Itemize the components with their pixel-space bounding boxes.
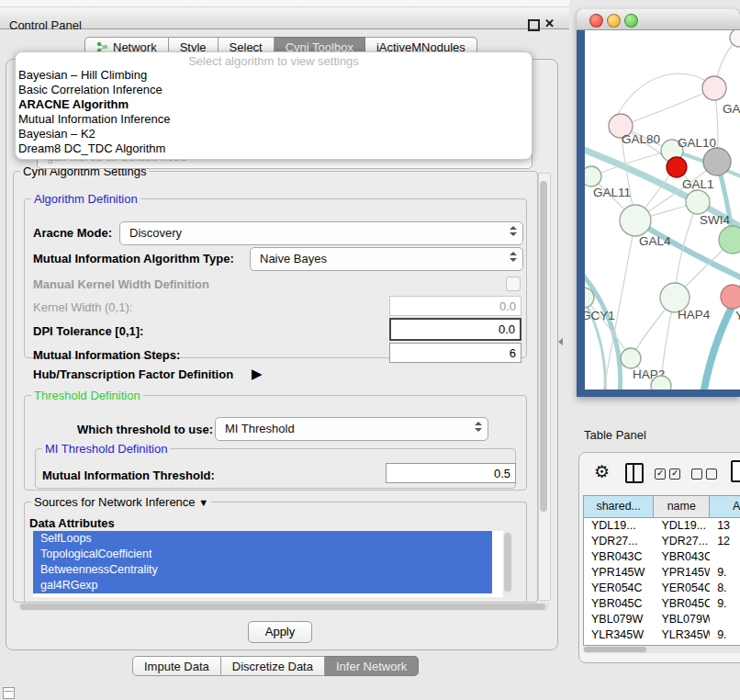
deselect-all-checks-icon[interactable] <box>691 469 717 480</box>
table-cell: 9. <box>710 627 740 643</box>
gear-icon[interactable]: ⚙ <box>594 461 610 482</box>
which-threshold-label: Which threshold to use: <box>77 423 213 436</box>
network-node[interactable] <box>721 285 740 309</box>
data-attribute-item[interactable]: gal4RGexp <box>33 578 492 593</box>
which-threshold-combo[interactable]: MI Threshold <box>215 417 488 441</box>
hub-definition-label[interactable]: Hub/Transcription Factor Definition <box>33 367 233 381</box>
control-panel-titlebar: Control Panel ✕ <box>0 7 569 29</box>
table-cell: YER054C <box>584 581 654 596</box>
table-header-cell[interactable]: shared... <box>584 496 654 517</box>
network-node[interactable] <box>686 190 710 214</box>
table-hscrollbar-thumb[interactable] <box>584 647 646 652</box>
network-node[interactable] <box>719 226 740 254</box>
table-cell: 12 <box>710 534 740 549</box>
tab-impute-data[interactable]: Impute Data <box>132 656 221 676</box>
algorithm-option[interactable]: Dream8 DC_TDC Algorithm <box>16 141 532 156</box>
network-node[interactable] <box>621 348 641 368</box>
table-row[interactable]: YER054CYER054C8. <box>584 581 740 596</box>
manual-kernel-checkbox[interactable] <box>506 277 521 291</box>
table-cell: 13 <box>710 518 740 534</box>
apply-button[interactable]: Apply <box>248 621 312 643</box>
table-row[interactable]: YBL079WYBL079W <box>584 612 740 627</box>
mac-close-icon[interactable] <box>589 14 603 28</box>
kernel-width-label: Kernel Width (0,1): <box>33 300 132 314</box>
network-window-titlebar[interactable] <box>577 9 740 30</box>
kernel-width-field[interactable] <box>389 296 521 316</box>
network-view-window[interactable]: GALGAL80GAL10GAL1GAL11SWI4GAL4GCY1HAP4YH… <box>577 9 740 397</box>
aracne-mode-value: Discovery <box>129 226 182 240</box>
algorithm-popup-items: Bayesian – Hill ClimbingBasic Correlatio… <box>16 68 532 156</box>
document-icon[interactable] <box>731 460 740 482</box>
network-node[interactable] <box>702 76 726 100</box>
data-attribute-item[interactable]: TopologicalCoefficient <box>33 547 492 562</box>
settings-scrollbar[interactable] <box>538 173 551 601</box>
mi-threshold-field[interactable] <box>386 463 516 483</box>
table-row[interactable]: YLR345WYLR345W9. <box>584 627 740 643</box>
mac-minimize-icon[interactable] <box>607 14 621 28</box>
top-strip <box>0 0 569 7</box>
node-label: GAL1 <box>682 177 714 191</box>
table-cell: YPR145W <box>584 565 654 581</box>
node-table: shared...nameA YDL19...YDL19...13YDR27..… <box>583 495 740 646</box>
mac-zoom-icon[interactable] <box>624 14 638 28</box>
mi-steps-field[interactable] <box>389 343 521 363</box>
table-cell: YBR045C <box>584 596 654 612</box>
node-label: Y <box>735 309 740 322</box>
algorithm-option[interactable]: Bayesian – Hill Climbing <box>16 68 532 83</box>
select-all-checks-icon[interactable]: ✓✓ <box>655 469 680 480</box>
close-icon[interactable]: ✕ <box>544 17 555 30</box>
sources-title-text: Sources for Network Inference <box>34 495 196 509</box>
split-pane-collapse-icon[interactable] <box>558 338 563 345</box>
attr-list-scrollbar-thumb[interactable] <box>504 533 511 592</box>
combo-arrows-icon <box>510 226 516 236</box>
table-row[interactable]: YBR043CYBR043C <box>584 549 740 565</box>
table-cell: YBL079W <box>654 612 710 627</box>
network-node[interactable] <box>585 166 601 186</box>
sources-collapse-arrow-icon[interactable]: ▼ <box>198 497 208 508</box>
table-cell: YDR27... <box>654 534 710 549</box>
table-panel: ⚙ ✓✓ shared...nameA YDL19...YDL19...13YD… <box>578 452 740 663</box>
table-cell <box>710 549 740 565</box>
mi-threshold-label: Mutual Information Threshold: <box>42 469 215 482</box>
algorithm-option[interactable]: ARACNE Algorithm <box>16 97 532 112</box>
data-attribute-item[interactable]: BetweennessCentrality <box>33 562 492 578</box>
algorithm-dropdown-popup: Select algorithm to view settings Bayesi… <box>15 51 533 160</box>
mi-type-combo[interactable]: Naive Bayes <box>250 247 523 271</box>
app-root: Control Panel ✕ Network Style Select Cyn… <box>0 0 740 700</box>
algorithm-option[interactable]: Bayesian – K2 <box>16 127 532 141</box>
float-window-icon[interactable] <box>528 19 540 31</box>
window-corner-icon[interactable] <box>3 687 15 699</box>
table-cell: YBR043C <box>584 549 654 565</box>
network-node[interactable] <box>620 205 651 236</box>
algorithm-option[interactable]: Basic Correlation Inference <box>16 83 532 97</box>
settings-hscrollbar-thumb[interactable] <box>20 604 545 610</box>
sources-title[interactable]: Sources for Network Inference ▼ <box>31 495 211 509</box>
settings-scrollbar-thumb[interactable] <box>540 181 547 512</box>
network-graph: GALGAL80GAL10GAL1GAL11SWI4GAL4GCY1HAP4YH… <box>585 30 740 390</box>
network-node[interactable] <box>730 30 740 47</box>
cyni-bottom-tabs: Impute Data Discretize Data Infer Networ… <box>132 656 419 676</box>
tab-discretize-data[interactable]: Discretize Data <box>221 656 325 676</box>
table-row[interactable]: YDL19...YDL19...13 <box>584 518 740 534</box>
network-node[interactable] <box>667 157 687 177</box>
hub-expand-arrow-icon[interactable]: ▶ <box>252 366 263 382</box>
table-header-cell[interactable]: A <box>710 496 740 517</box>
table-row[interactable]: YDR27...YDR27...12 <box>584 534 740 549</box>
table-row[interactable]: YBR045CYBR045C9. <box>584 596 740 612</box>
tab-infer-network[interactable]: Infer Network <box>325 656 419 676</box>
table-cell: 9. <box>710 596 740 612</box>
algorithm-option[interactable]: Mutual Information Inference <box>16 112 532 127</box>
dpi-tolerance-label: DPI Tolerance [0,1]: <box>33 324 143 338</box>
table-header-cell[interactable]: name <box>654 496 710 517</box>
network-canvas[interactable]: GALGAL80GAL10GAL1GAL11SWI4GAL4GCY1HAP4YH… <box>585 30 740 390</box>
table-cell: YLR345W <box>584 627 654 643</box>
data-attribute-item[interactable]: SelfLoops <box>33 531 492 547</box>
settings-hscrollbar[interactable] <box>18 603 549 611</box>
dpi-tolerance-field[interactable] <box>389 318 521 341</box>
table-row[interactable]: YPR145WYPR145W9. <box>584 565 740 581</box>
data-attributes-list[interactable]: SelfLoopsTopologicalCoefficientBetweenne… <box>33 531 503 597</box>
aracne-mode-combo[interactable]: Discovery <box>119 221 523 245</box>
network-node[interactable] <box>703 148 731 175</box>
algorithm-definition-title: Algorithm Definition <box>31 192 140 206</box>
columns-icon[interactable] <box>625 463 644 483</box>
